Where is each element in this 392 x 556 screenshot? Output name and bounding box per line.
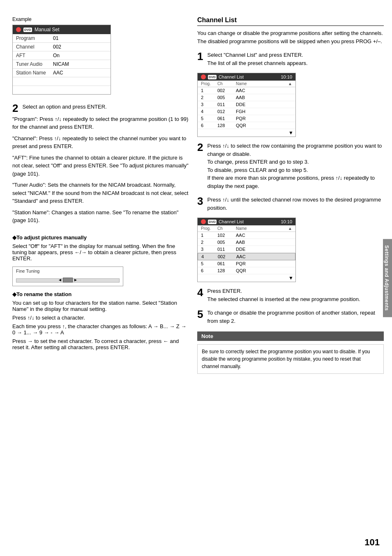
arrow-right-icon: ►: [74, 278, 78, 282]
channel-list-intro: You can change or disable the programme …: [197, 29, 384, 45]
ch1-row-5: 5 061 PQR: [198, 115, 295, 122]
circle-icon-ch2: [201, 219, 206, 224]
right-step5-text: To change or disable the programme posit…: [207, 309, 384, 325]
fine-tuning-indicator: ◄ ►: [58, 278, 78, 283]
fine-tuning-box: Fine Tuning ◄ ►: [12, 266, 123, 286]
channel-box2-title: Channel List: [219, 219, 244, 224]
rename-p1: You can set up to four characters for th…: [12, 300, 189, 312]
arrow-left-icon: ◄: [58, 278, 62, 282]
right-step4-text: Press ENTER. The selected channel is ins…: [207, 287, 384, 303]
ch2-row-6: 6 128 QQR: [198, 267, 295, 274]
manual-set-title: Manual Set: [35, 27, 60, 32]
right-step1: 1 Select "Channel List" and press ENTER.…: [197, 51, 384, 67]
rs2-main: Press ↑/↓ to select the row containing t…: [207, 142, 384, 158]
channel-box1-time: 10:10: [281, 74, 292, 79]
adjust-pictures-section: ◆To adjust pictures manually Select "Off…: [12, 234, 189, 262]
right-step2: 2 Press ↑/↓ to select the row containing…: [197, 142, 384, 190]
ch1-row-3: 3 011 DDE: [198, 101, 295, 108]
ms-label-channel: Channel: [16, 44, 53, 50]
dvd-logo: DVD: [23, 28, 32, 32]
right-step3-text: Press ↑/↓ until the selected channel row…: [207, 196, 384, 212]
ch1-row-4: 4 012 FGH: [198, 108, 295, 115]
manual-set-header: DVD Manual Set: [13, 25, 111, 34]
step2-number: 2: [12, 103, 18, 114]
ch2-row-4-highlighted: 4 002 AAC: [198, 253, 295, 260]
right-step3: 3 Press ↑/↓ until the selected channel r…: [197, 196, 384, 212]
ms-value-aft: On: [53, 53, 60, 58]
rs1-main: Select "Channel List" and press ENTER.: [207, 51, 384, 59]
rename-station-heading: ◆To rename the station: [12, 291, 189, 297]
step2-p4: "Tuner Audio": Sets the channels for the…: [12, 181, 189, 205]
ch1-row-1: 1 002 AAC: [198, 87, 295, 94]
ch1-scroll-down: ▼: [198, 129, 295, 137]
ms-row-empty2: [13, 86, 111, 94]
dvd-logo-ch1: DVD: [208, 75, 217, 79]
manual-set-box: DVD Manual Set Program 01 Channel 002 AF…: [12, 25, 111, 95]
rs5-main: To change or disable the programme posit…: [207, 309, 384, 325]
channel-box2-header: DVD Channel List 10:10: [198, 218, 295, 225]
col-prog-2: Prog.: [201, 226, 217, 231]
dvd-logo-ch2: DVD: [208, 220, 217, 224]
ch2-scroll-down: ▼: [198, 274, 295, 282]
ms-value-channel: 002: [53, 44, 61, 50]
note-label: Note: [197, 331, 384, 341]
col-ch-2: Ch: [217, 226, 236, 231]
step2-details: "Program": Press ↑/↓ repeatedly to selec…: [12, 115, 189, 225]
channel-box2-time: 10:10: [281, 219, 292, 224]
channel-box1-title: Channel List: [219, 74, 244, 79]
example-label: Example: [12, 16, 189, 22]
right-step4-number: 4: [197, 287, 203, 298]
col-scroll-2: ▲: [288, 226, 292, 231]
step2-text: Select an option and press ENTER. "Progr…: [12, 103, 189, 225]
ch2-row-1: 1 102 AAC: [198, 232, 295, 239]
ms-row-program: Program 01: [13, 34, 111, 43]
adjust-pictures-text: Select "Off" for "AFT" in the display fo…: [12, 243, 189, 262]
ms-value-program: 01: [53, 35, 58, 41]
ms-label-tuner-audio: Tuner Audio: [16, 61, 53, 67]
rename-station-section: ◆To rename the station You can set up to…: [12, 291, 189, 350]
step2-p5: "Station Name": Changes a station name. …: [12, 208, 189, 225]
circle-icon-ch1: [201, 74, 206, 79]
right-step2-number: 2: [197, 142, 203, 153]
channel-box1-header-left: DVD Channel List: [201, 74, 244, 79]
ch2-row-3: 3 011 DDE: [198, 246, 295, 253]
rs2-sub1: To change, press ENTER and go to step 3.: [207, 158, 384, 166]
rs4-main: Press ENTER.: [207, 287, 384, 295]
ms-value-station-name: AAC: [53, 70, 63, 76]
channel-box-2: DVD Channel List 10:10 Prog. Ch Name ▲ 1…: [197, 218, 296, 282]
right-step2-text: Press ↑/↓ to select the row containing t…: [207, 142, 384, 190]
rename-p4: Press → to set the next character. To co…: [12, 338, 189, 350]
step2-intro: Select an option and press ENTER.: [12, 103, 189, 111]
channel-box2-header-left: DVD Channel List: [201, 219, 244, 224]
rs4-sub: The selected channel is inserted at the …: [207, 295, 384, 303]
channel-box2-cols: Prog. Ch Name ▲: [198, 225, 295, 232]
ms-value-tuner-audio: NICAM: [53, 61, 69, 67]
note-content: Be sure to correctly select the programm…: [197, 344, 384, 374]
left-column: Example DVD Manual Set Program 01 Channe…: [12, 16, 189, 540]
circle-icon: [16, 27, 21, 32]
ms-row-empty1: [13, 77, 111, 86]
right-step3-number: 3: [197, 196, 203, 206]
right-step4: 4 Press ENTER. The selected channel is i…: [197, 287, 384, 303]
ch1-row-6: 6 128 QQR: [198, 122, 295, 129]
fine-tuning-label: Fine Tuning: [13, 267, 123, 275]
step2-p1: "Program": Press ↑/↓ repeatedly to selec…: [12, 115, 189, 131]
side-tab: Settings and Adjustments: [383, 239, 392, 317]
fine-tuning-bar: ◄ ►: [13, 275, 123, 286]
channel-box1-header: DVD Channel List 10:10: [198, 73, 295, 81]
ms-row-tuner-audio: Tuner Audio NICAM: [13, 60, 111, 69]
col-name-2: Name: [236, 226, 288, 231]
ms-label-aft: AFT: [16, 53, 53, 58]
rs3-main: Press ↑/↓ until the selected channel row…: [207, 196, 384, 212]
channel-box1-cols: Prog. Ch Name ▲: [198, 81, 295, 87]
rs2-sub2: To disable, press CLEAR and go to step 5…: [207, 166, 384, 174]
rename-p3: Each time you press ↑, the character cha…: [12, 323, 189, 336]
fine-tuning-track: ◄ ►: [16, 278, 120, 283]
rs1-sub: The list of all the preset channels appe…: [207, 59, 384, 67]
ch1-row-2: 2 005 AAB: [198, 94, 295, 101]
right-step5-number: 5: [197, 309, 203, 320]
indicator-block: [63, 278, 73, 283]
ms-row-channel: Channel 002: [13, 43, 111, 51]
rename-p2: Press ↑/↓ to select a character.: [12, 315, 189, 321]
right-step5: 5 To change or disable the programme pos…: [197, 309, 384, 325]
